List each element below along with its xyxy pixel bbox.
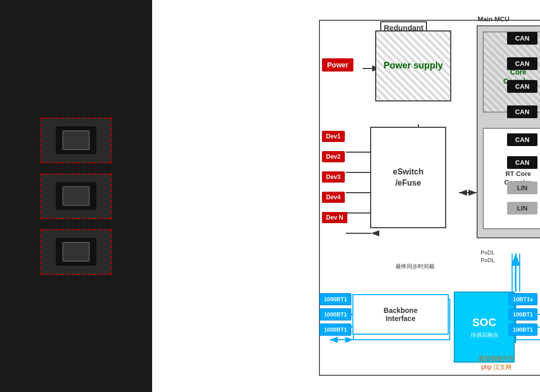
watermark: 鳶知智能汽车php 汉文网 [478, 354, 515, 372]
dev4-badge: Dev4 [322, 192, 345, 203]
power-supply-label: Power supply [383, 60, 443, 72]
can-badge-5: CAN [507, 133, 537, 146]
eth-1000bt1-badge-2: 1000BT1 [319, 308, 351, 320]
can-badge-2: CAN [507, 57, 537, 70]
can-badge-4: CAN [507, 105, 537, 118]
dev1-badge: Dev1 [322, 131, 345, 142]
diagram-area: Redundant Power supply Main MCU AppCoreC… [152, 0, 540, 392]
eth-10bt1s-badge: 10BT1s [509, 293, 537, 305]
podl-label-2: PoDL [481, 257, 495, 263]
eth-100bt1-badge-2: 100BT1 [509, 324, 537, 336]
lin-badge-2: LIN [507, 202, 537, 215]
soc-box: SOC 传感后融合 [454, 292, 515, 363]
camera-item-2 [41, 173, 112, 219]
camera-item-3 [41, 229, 112, 275]
camera-item-1 [41, 118, 112, 163]
camera-icon-3 [56, 238, 96, 266]
power-badge: Power [322, 58, 353, 72]
dev3-badge: Dev3 [322, 171, 345, 183]
soc-label: SOC [472, 316, 496, 329]
eth-100bt1-badge-1: 100BT1 [509, 308, 537, 320]
can-badge-3: CAN [507, 80, 537, 93]
eswitch-box: eSwitch/eFuse [370, 127, 446, 228]
dev2-badge: Dev2 [322, 151, 345, 162]
eth-1000bt1-badge-3: 1000BT1 [319, 324, 351, 336]
podl-label-1: PoDL [481, 250, 495, 256]
soc-sublabel: 传感后融合 [471, 331, 498, 339]
devn-badge: Dev N [322, 212, 347, 223]
left-panel [0, 0, 152, 392]
eth-1000bt1-badge-1: 1000BT1 [319, 293, 351, 305]
backbone-interface-box: BackboneInterface [352, 294, 449, 335]
can-badge-6: CAN [507, 156, 537, 169]
can-badge-1: CAN [507, 32, 537, 45]
eswitch-label: eSwitch/eFuse [393, 166, 423, 189]
backbone-interface-label: BackboneInterface [384, 306, 418, 323]
sync-label: 最终同步时间截 [395, 263, 435, 270]
camera-icon-1 [56, 126, 96, 154]
power-supply-box: Power supply [375, 30, 451, 101]
main-mcu-label: Main MCU [478, 15, 510, 23]
camera-icon-2 [56, 182, 96, 210]
lin-badge-1: LIN [507, 182, 537, 194]
